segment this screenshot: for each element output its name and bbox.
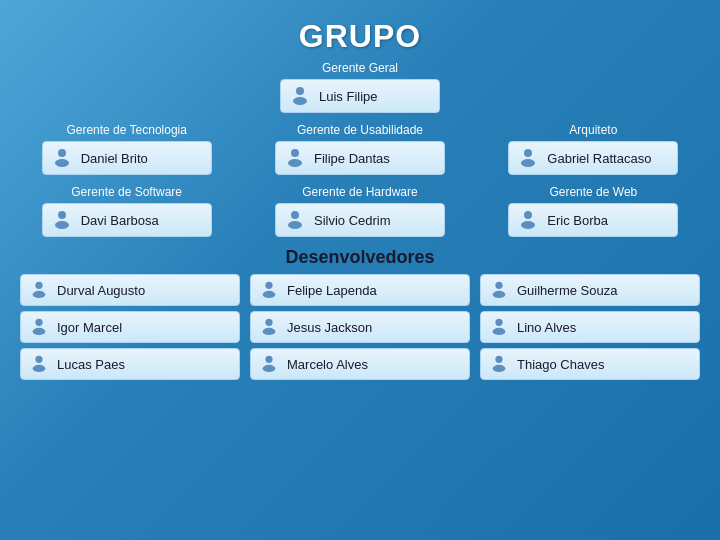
svg-point-10 bbox=[291, 211, 299, 219]
svg-point-2 bbox=[58, 149, 66, 157]
svg-point-18 bbox=[495, 282, 502, 289]
svg-point-22 bbox=[265, 319, 272, 326]
svg-point-3 bbox=[55, 159, 69, 167]
hardware-card: Silvio Cedrim bbox=[275, 203, 445, 237]
svg-point-15 bbox=[33, 291, 46, 298]
svg-point-27 bbox=[33, 365, 46, 372]
dev-name-6: Lucas Paes bbox=[57, 357, 125, 372]
dev-card-0: Durval Augusto bbox=[20, 274, 240, 306]
avatar-davi bbox=[51, 208, 75, 232]
col-tecnologia: Gerente de Tecnologia Daniel Brito bbox=[27, 123, 227, 175]
web-card: Eric Borba bbox=[508, 203, 678, 237]
svg-point-21 bbox=[33, 328, 46, 335]
avatar-dev-5 bbox=[489, 316, 511, 338]
dev-card-2: Guilherme Souza bbox=[480, 274, 700, 306]
col-web: Gerente de Web Eric Borba bbox=[493, 185, 693, 237]
svg-point-13 bbox=[521, 221, 535, 229]
dev-name-0: Durval Augusto bbox=[57, 283, 145, 298]
arquiteto-card: Gabriel Rattacaso bbox=[508, 141, 678, 175]
svg-point-31 bbox=[493, 365, 506, 372]
avatar-eric bbox=[517, 208, 541, 232]
avatar-luis bbox=[289, 84, 313, 108]
svg-point-23 bbox=[263, 328, 276, 335]
svg-point-4 bbox=[291, 149, 299, 157]
usabilidade-name: Filipe Dantas bbox=[314, 151, 390, 166]
dev-card-4: Jesus Jackson bbox=[250, 311, 470, 343]
dev-card-5: Lino Alves bbox=[480, 311, 700, 343]
svg-point-20 bbox=[35, 319, 42, 326]
web-label: Gerente de Web bbox=[549, 185, 637, 199]
avatar-dev-6 bbox=[29, 353, 51, 375]
software-label: Gerente de Software bbox=[71, 185, 182, 199]
desenvolvedores-section: Desenvolvedores Durval Augusto bbox=[10, 247, 710, 380]
tecnologia-card: Daniel Brito bbox=[42, 141, 212, 175]
usabilidade-label: Gerente de Usabilidade bbox=[297, 123, 423, 137]
dev-name-1: Felipe Lapenda bbox=[287, 283, 377, 298]
dev-name-3: Igor Marcel bbox=[57, 320, 122, 335]
svg-point-29 bbox=[263, 365, 276, 372]
svg-point-19 bbox=[493, 291, 506, 298]
svg-point-11 bbox=[288, 221, 302, 229]
svg-point-17 bbox=[263, 291, 276, 298]
avatar-filipe bbox=[284, 146, 308, 170]
hardware-name: Silvio Cedrim bbox=[314, 213, 391, 228]
desenvolvedores-grid: Durval Augusto Felipe Lapenda bbox=[10, 274, 710, 380]
dev-name-7: Marcelo Alves bbox=[287, 357, 368, 372]
arquiteto-label: Arquiteto bbox=[569, 123, 617, 137]
tecnologia-name: Daniel Brito bbox=[81, 151, 148, 166]
dev-card-1: Felipe Lapenda bbox=[250, 274, 470, 306]
svg-point-26 bbox=[35, 356, 42, 363]
svg-point-16 bbox=[265, 282, 272, 289]
avatar-dev-0 bbox=[29, 279, 51, 301]
avatar-dev-7 bbox=[259, 353, 281, 375]
svg-point-24 bbox=[495, 319, 502, 326]
dev-card-3: Igor Marcel bbox=[20, 311, 240, 343]
dev-name-5: Lino Alves bbox=[517, 320, 576, 335]
dev-name-8: Thiago Chaves bbox=[517, 357, 604, 372]
svg-point-14 bbox=[35, 282, 42, 289]
tecnologia-label: Gerente de Tecnologia bbox=[66, 123, 187, 137]
svg-point-5 bbox=[288, 159, 302, 167]
arquiteto-name: Gabriel Rattacaso bbox=[547, 151, 651, 166]
svg-point-9 bbox=[55, 221, 69, 229]
dev-name-4: Jesus Jackson bbox=[287, 320, 372, 335]
col-hardware: Gerente de Hardware Silvio Cedrim bbox=[260, 185, 460, 237]
gerente-geral-name: Luis Filipe bbox=[319, 89, 378, 104]
usabilidade-card: Filipe Dantas bbox=[275, 141, 445, 175]
avatar-dev-1 bbox=[259, 279, 281, 301]
avatar-daniel bbox=[51, 146, 75, 170]
dev-card-7: Marcelo Alves bbox=[250, 348, 470, 380]
svg-point-25 bbox=[493, 328, 506, 335]
avatar-dev-3 bbox=[29, 316, 51, 338]
dev-card-6: Lucas Paes bbox=[20, 348, 240, 380]
col-software: Gerente de Software Davi Barbosa bbox=[27, 185, 227, 237]
desenvolvedores-label: Desenvolvedores bbox=[10, 247, 710, 268]
dev-card-8: Thiago Chaves bbox=[480, 348, 700, 380]
dev-name-2: Guilherme Souza bbox=[517, 283, 617, 298]
svg-point-30 bbox=[495, 356, 502, 363]
hardware-label: Gerente de Hardware bbox=[302, 185, 417, 199]
avatar-dev-2 bbox=[489, 279, 511, 301]
page-title: GRUPO bbox=[0, 0, 720, 55]
svg-point-28 bbox=[265, 356, 272, 363]
svg-point-12 bbox=[524, 211, 532, 219]
col-arquiteto: Arquiteto Gabriel Rattacaso bbox=[493, 123, 693, 175]
avatar-silvio bbox=[284, 208, 308, 232]
svg-point-6 bbox=[524, 149, 532, 157]
svg-point-8 bbox=[58, 211, 66, 219]
svg-point-1 bbox=[293, 97, 307, 105]
software-card: Davi Barbosa bbox=[42, 203, 212, 237]
svg-point-0 bbox=[296, 87, 304, 95]
gerente-geral-card: Luis Filipe bbox=[280, 79, 440, 113]
avatar-dev-4 bbox=[259, 316, 281, 338]
col-usabilidade: Gerente de Usabilidade Filipe Dantas bbox=[260, 123, 460, 175]
gerente-geral-label: Gerente Geral bbox=[322, 61, 398, 75]
avatar-dev-8 bbox=[489, 353, 511, 375]
avatar-gabriel bbox=[517, 146, 541, 170]
svg-point-7 bbox=[521, 159, 535, 167]
software-name: Davi Barbosa bbox=[81, 213, 159, 228]
web-name: Eric Borba bbox=[547, 213, 608, 228]
